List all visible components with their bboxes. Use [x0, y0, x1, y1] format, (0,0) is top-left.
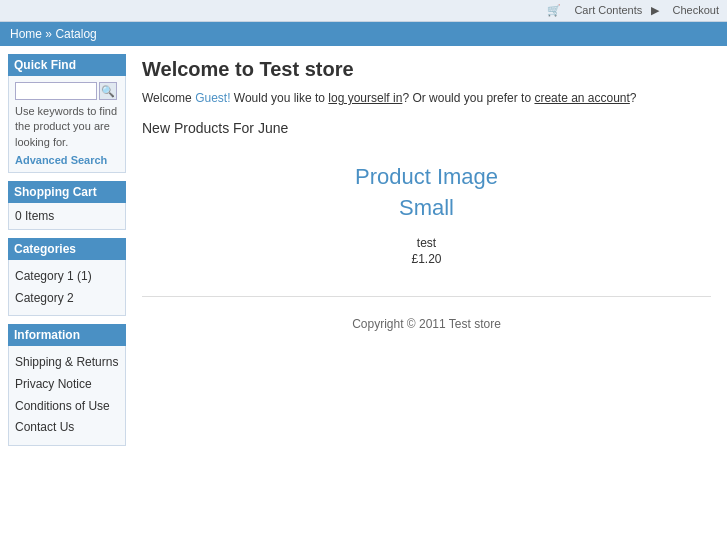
sidebar: Quick Find 🔍 Use keywords to find the pr…: [8, 54, 126, 454]
info-shipping-returns[interactable]: Shipping & Returns: [15, 352, 119, 374]
cart-contents-link[interactable]: Cart Contents: [574, 4, 642, 16]
product-image-line2: Small: [142, 193, 711, 224]
checkout-link[interactable]: Checkout: [673, 4, 719, 16]
welcome-or: ? Or would you prefer to: [402, 91, 534, 105]
breadcrumb-separator: »: [45, 27, 55, 41]
search-input[interactable]: [15, 82, 97, 100]
breadcrumb-home[interactable]: Home: [10, 27, 42, 41]
category-item-1[interactable]: Category 1 (1): [15, 266, 119, 288]
page-heading: Welcome to Test store: [142, 58, 711, 81]
copyright-text: Copyright © 2011 Test store: [352, 317, 501, 331]
shopping-cart-title: Shopping Cart: [8, 181, 126, 203]
information-section: Shipping & Returns Privacy Notice Condit…: [8, 346, 126, 445]
welcome-suffix: ?: [630, 91, 637, 105]
breadcrumb-current: Catalog: [55, 27, 96, 41]
welcome-text: Welcome Guest! Would you like to log you…: [142, 89, 711, 108]
layout: Quick Find 🔍 Use keywords to find the pr…: [0, 46, 727, 462]
main-content: Welcome to Test store Welcome Guest! Wou…: [134, 54, 719, 345]
log-in-link[interactable]: log yourself in: [328, 91, 402, 105]
product-image-placeholder: Product Image Small: [142, 162, 711, 224]
top-bar: 🛒 Cart Contents ▶ Checkout: [0, 0, 727, 22]
cart-items-count: 0 Items: [15, 209, 54, 223]
guest-name: Guest!: [195, 91, 230, 105]
advanced-search-link[interactable]: Advanced Search: [15, 154, 119, 166]
categories-section: Category 1 (1) Category 2: [8, 260, 126, 316]
create-account-link[interactable]: create an account: [534, 91, 629, 105]
info-conditions-of-use[interactable]: Conditions of Use: [15, 396, 119, 418]
search-button[interactable]: 🔍: [99, 82, 117, 100]
info-privacy-notice[interactable]: Privacy Notice: [15, 374, 119, 396]
product-area: Product Image Small test £1.20: [142, 152, 711, 276]
categories-title: Categories: [8, 238, 126, 260]
footer: Copyright © 2011 Test store: [142, 296, 711, 341]
new-products-heading: New Products For June: [142, 120, 711, 136]
information-title: Information: [8, 324, 126, 346]
welcome-prefix: Welcome: [142, 91, 195, 105]
quick-find-title: Quick Find: [8, 54, 126, 76]
shopping-cart-section: 0 Items: [8, 203, 126, 230]
cart-contents-icon: 🛒: [547, 4, 561, 16]
welcome-middle: Would you like to: [231, 91, 329, 105]
product-image-line1: Product Image: [142, 162, 711, 193]
search-row: 🔍: [15, 82, 119, 100]
product-name: test: [142, 236, 711, 250]
quick-find-hint: Use keywords to find the product you are…: [15, 104, 119, 150]
category-item-2[interactable]: Category 2: [15, 288, 119, 310]
info-contact-us[interactable]: Contact Us: [15, 417, 119, 439]
checkout-icon: ▶: [651, 4, 659, 16]
product-price: £1.20: [142, 252, 711, 266]
quick-find-section: 🔍 Use keywords to find the product you a…: [8, 76, 126, 173]
breadcrumb: Home » Catalog: [0, 22, 727, 46]
